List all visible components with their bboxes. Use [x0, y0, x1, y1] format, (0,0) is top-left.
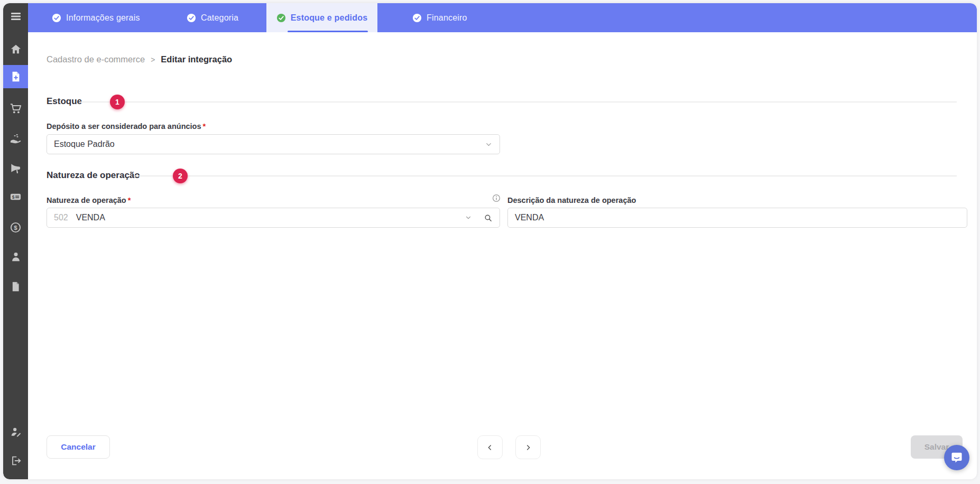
- search-icon[interactable]: [484, 213, 493, 222]
- home-icon[interactable]: [3, 38, 28, 61]
- natureza-input[interactable]: 502 VENDA: [47, 208, 500, 228]
- svg-text:$: $: [14, 224, 17, 230]
- user-icon[interactable]: [3, 245, 28, 268]
- logout-icon[interactable]: [3, 449, 28, 472]
- svg-text:$: $: [12, 194, 15, 199]
- check-circle-icon: [52, 13, 61, 23]
- natureza-label-text: Natureza de operação: [47, 196, 126, 204]
- user-edit-icon[interactable]: [3, 420, 28, 443]
- chevron-down-icon[interactable]: [485, 141, 493, 148]
- page-body: Cadastro de e-commerce > Editar integraç…: [28, 32, 977, 479]
- dollar-circle-icon[interactable]: $: [3, 216, 28, 239]
- natureza-code: 502: [54, 213, 68, 222]
- next-step-button[interactable]: [515, 435, 541, 459]
- natureza-label: Natureza de operação*: [47, 196, 131, 204]
- section-title: Estoque: [47, 96, 82, 107]
- section-estoque: Estoque 1: [28, 95, 977, 109]
- menu-icon[interactable]: [3, 5, 28, 28]
- check-circle-icon: [412, 13, 422, 23]
- breadcrumb-parent[interactable]: Cadastro de e-commerce: [47, 54, 145, 64]
- tab-label: Financeiro: [427, 13, 467, 23]
- megaphone-icon[interactable]: [3, 156, 28, 180]
- breadcrumb: Cadastro de e-commerce > Editar integraç…: [47, 54, 232, 64]
- required-asterisk: *: [203, 122, 206, 131]
- tab-label: Informações gerais: [66, 13, 140, 23]
- deposito-label-text: Depósito a ser considerado para anúncios: [47, 122, 201, 131]
- descricao-label-text: Descrição da natureza de operação: [507, 196, 636, 204]
- check-circle-icon: [276, 13, 286, 23]
- breadcrumb-separator: >: [151, 55, 155, 64]
- deposito-label: Depósito a ser considerado para anúncios…: [47, 122, 206, 131]
- info-icon[interactable]: [492, 194, 501, 204]
- tab-estoque-e-pedidos[interactable]: Estoque e pedidos: [266, 3, 377, 32]
- step-badge-2: 2: [173, 169, 188, 183]
- prev-step-button[interactable]: [477, 435, 503, 459]
- tab-informacoes-gerais[interactable]: Informações gerais: [52, 3, 140, 32]
- hand-coins-icon[interactable]: [3, 127, 28, 150]
- money-card-icon[interactable]: $: [3, 185, 28, 208]
- descricao-label: Descrição da natureza de operação: [507, 196, 636, 204]
- tab-label: Categoria: [201, 13, 238, 23]
- section-divider: [80, 101, 957, 103]
- main-area: Informações gerais Categoria Estoque e p…: [28, 3, 977, 479]
- wizard-tabbar: Informações gerais Categoria Estoque e p…: [28, 3, 977, 32]
- section-title: Natureza de operação: [47, 170, 140, 181]
- section-natureza: Natureza de operação 2: [28, 169, 977, 183]
- file-plus-icon[interactable]: [3, 65, 28, 88]
- natureza-value: VENDA: [76, 213, 105, 222]
- tab-label: Estoque e pedidos: [291, 13, 368, 23]
- sidebar: $ $: [3, 3, 28, 479]
- breadcrumb-current: Editar integração: [161, 54, 232, 64]
- file-icon[interactable]: [3, 275, 28, 298]
- cart-icon[interactable]: [3, 97, 28, 120]
- app-window: $ $ Informações gerais: [3, 3, 977, 479]
- deposito-select-value: Estoque Padrão: [54, 139, 115, 149]
- check-circle-icon: [187, 13, 196, 23]
- deposito-select[interactable]: Estoque Padrão: [47, 134, 500, 154]
- chevron-down-icon[interactable]: [465, 214, 472, 221]
- step-badge-1: 1: [110, 95, 125, 109]
- descricao-input[interactable]: VENDA: [507, 208, 967, 228]
- required-asterisk: *: [128, 196, 131, 204]
- descricao-value: VENDA: [515, 213, 544, 222]
- cancel-button[interactable]: Cancelar: [47, 435, 110, 459]
- chat-bubble-icon[interactable]: [944, 445, 969, 470]
- tab-categoria[interactable]: Categoria: [187, 3, 238, 32]
- tab-financeiro[interactable]: Financeiro: [412, 3, 467, 32]
- section-divider: [135, 175, 957, 176]
